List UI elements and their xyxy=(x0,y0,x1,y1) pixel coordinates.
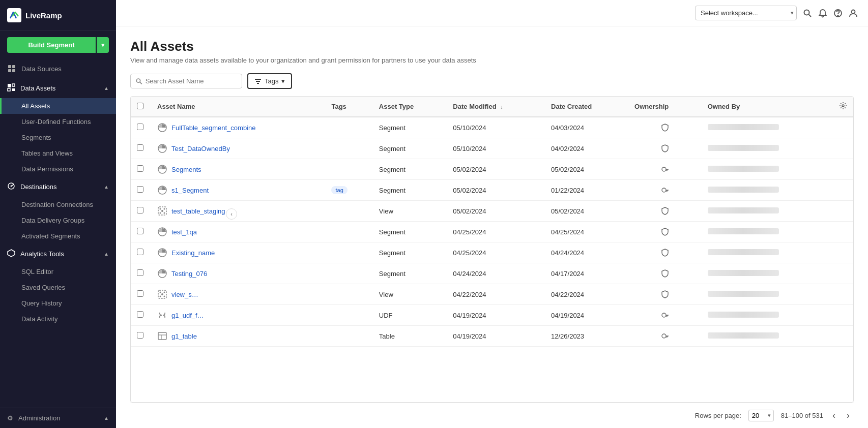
page-range-label: 81–100 of 531 xyxy=(781,412,823,419)
owned-by-value xyxy=(708,270,779,276)
row-checkbox[interactable] xyxy=(137,311,143,318)
table-row: view_s… View 04/22/2024 04/22/2024 xyxy=(131,284,853,305)
asset-name-link[interactable]: g1_table xyxy=(171,332,197,340)
header-tags[interactable]: Tags xyxy=(325,97,372,117)
sidebar-sub-all-assets[interactable]: All Assets xyxy=(0,98,116,114)
header-ownership[interactable]: Ownership xyxy=(628,97,702,117)
asset-name-link[interactable]: test_table_staging xyxy=(171,207,225,215)
asset-type-cell: Segment xyxy=(373,117,447,138)
svg-point-44 xyxy=(160,296,161,297)
row-checkbox[interactable] xyxy=(137,290,143,297)
select-all-checkbox[interactable] xyxy=(137,103,143,109)
svg-rect-1 xyxy=(12,65,15,68)
sidebar-sub-user-defined-functions[interactable]: User-Defined Functions xyxy=(0,114,116,130)
header-owned-by[interactable]: Owned By xyxy=(702,97,833,117)
row-checkbox-cell xyxy=(131,305,151,326)
logo-icon xyxy=(7,8,21,22)
sidebar-sub-query-history[interactable]: Query History xyxy=(0,295,116,311)
row-actions-cell xyxy=(833,242,853,263)
sidebar-sub-data-delivery-groups[interactable]: Data Delivery Groups xyxy=(0,212,116,228)
svg-point-22 xyxy=(662,167,666,171)
build-segment-dropdown-button[interactable]: ▾ xyxy=(97,37,109,53)
asset-name-link[interactable]: s1_Segment xyxy=(171,187,209,194)
svg-rect-50 xyxy=(158,332,166,340)
svg-point-16 xyxy=(136,79,140,82)
sidebar-sub-tables-and-views[interactable]: Tables and Views xyxy=(0,145,116,161)
sidebar-item-data-sources[interactable]: Data Sources xyxy=(0,59,116,78)
search-button[interactable] xyxy=(803,9,812,18)
workspace-select-wrap: Select workspace... xyxy=(695,6,797,20)
row-checkbox-cell xyxy=(131,159,151,180)
svg-point-35 xyxy=(160,212,161,214)
prev-page-button[interactable]: ‹ xyxy=(830,409,837,422)
data-assets-chevron: ▲ xyxy=(104,85,109,91)
notifications-button[interactable] xyxy=(818,9,827,18)
row-checkbox[interactable] xyxy=(137,269,143,276)
analytics-tools-icon xyxy=(7,249,15,259)
build-segment-wrap: Build Segment ▾ xyxy=(0,31,116,59)
row-checkbox-cell xyxy=(131,242,151,263)
header-date-modified[interactable]: Date Modified ↓ xyxy=(447,97,545,117)
help-button[interactable] xyxy=(833,9,843,18)
row-checkbox[interactable] xyxy=(137,144,143,151)
row-checkbox[interactable] xyxy=(137,165,143,172)
build-segment-button[interactable]: Build Segment xyxy=(7,37,96,53)
sidebar-group-data-assets[interactable]: Data Assets ▲ xyxy=(0,78,116,98)
asset-type-icon xyxy=(157,206,167,216)
tag-pill: tag xyxy=(331,186,347,194)
sidebar-collapse-button[interactable]: ‹ xyxy=(226,208,237,220)
sidebar-group-analytics-tools[interactable]: Analytics Tools ▲ xyxy=(0,244,116,264)
tags-filter-button[interactable]: Tags ▾ xyxy=(247,73,292,89)
rows-per-page-select[interactable]: 20 50 100 xyxy=(748,410,774,421)
asset-name-link[interactable]: g1_udf_f… xyxy=(171,312,204,319)
svg-point-45 xyxy=(164,296,165,297)
sidebar-sub-destination-connections[interactable]: Destination Connections xyxy=(0,197,116,212)
sidebar-footer-administration[interactable]: ⚙ Administration ▲ xyxy=(0,408,116,428)
owned-by-value xyxy=(708,187,779,193)
next-page-button[interactable]: › xyxy=(845,409,852,422)
asset-name-link[interactable]: Test_DataOwnedBy xyxy=(171,145,230,152)
asset-name-link[interactable]: FullTable_segment_combine xyxy=(171,124,255,132)
sidebar-sub-saved-queries[interactable]: Saved Queries xyxy=(0,280,116,295)
search-input[interactable] xyxy=(146,77,237,85)
asset-type-icon xyxy=(157,227,167,237)
asset-type-icon xyxy=(157,310,167,320)
asset-name-cell: s1_Segment xyxy=(151,180,325,201)
workspace-select[interactable]: Select workspace... xyxy=(695,6,797,20)
asset-type-cell: View xyxy=(373,201,447,222)
sidebar-sub-activated-segments[interactable]: Activated Segments xyxy=(0,228,116,244)
row-checkbox[interactable] xyxy=(137,186,143,193)
asset-name-link[interactable]: Segments xyxy=(171,166,201,173)
asset-name-link[interactable]: test_1qa xyxy=(171,228,197,236)
sidebar-sub-data-permissions[interactable]: Data Permissions xyxy=(0,161,116,177)
row-checkbox[interactable] xyxy=(137,228,143,234)
asset-type-icon xyxy=(157,185,167,195)
row-checkbox[interactable] xyxy=(137,124,143,130)
asset-name-link[interactable]: view_s… xyxy=(171,291,198,298)
row-checkbox[interactable] xyxy=(137,332,143,339)
row-checkbox[interactable] xyxy=(137,207,143,213)
date-created-cell: 04/19/2024 xyxy=(545,305,628,326)
row-actions-cell xyxy=(833,201,853,222)
svg-point-14 xyxy=(837,15,838,16)
header-date-created[interactable]: Date Created xyxy=(545,97,628,117)
asset-type-icon xyxy=(157,248,167,258)
ownership-cell xyxy=(628,242,702,263)
row-checkbox-cell xyxy=(131,263,151,284)
sidebar-sub-segments[interactable]: Segments xyxy=(0,130,116,145)
sidebar-sub-sql-editor[interactable]: SQL Editor xyxy=(0,264,116,280)
header-settings[interactable] xyxy=(833,97,853,117)
sidebar-sub-data-activity[interactable]: Data Activity xyxy=(0,311,116,327)
row-actions-cell xyxy=(833,326,853,347)
destinations-icon xyxy=(7,182,15,192)
header-asset-type[interactable]: Asset Type xyxy=(373,97,447,117)
header-asset-name[interactable]: Asset Name xyxy=(151,97,325,117)
row-checkbox[interactable] xyxy=(137,249,143,255)
asset-name-link[interactable]: Existing_name xyxy=(171,249,215,257)
user-button[interactable] xyxy=(849,9,858,18)
row-actions-cell xyxy=(833,222,853,242)
sidebar-group-destinations[interactable]: Destinations ▲ xyxy=(0,177,116,197)
column-settings-icon[interactable] xyxy=(839,102,847,110)
asset-name-link[interactable]: Testing_076 xyxy=(171,270,207,278)
asset-type-cell: Segment xyxy=(373,159,447,180)
